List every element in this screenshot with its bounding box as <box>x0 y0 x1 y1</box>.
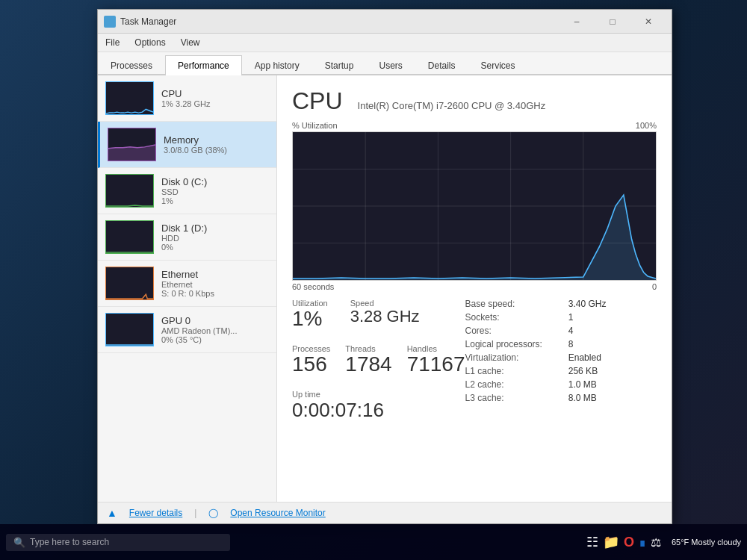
minimize-button[interactable]: – <box>560 14 594 29</box>
chart-y-max: 100% <box>636 121 657 130</box>
chart-x-label: 60 seconds <box>292 282 334 291</box>
cpu-subtitle: 1% 3.28 GHz <box>161 99 269 108</box>
logical-processors-value: 8 <box>568 339 657 349</box>
stats-container: Utilization 1% Speed 3.28 GHz Processes … <box>292 299 657 422</box>
taskbar-icon-3[interactable]: O <box>624 535 634 550</box>
handles-stat: Handles 71167 <box>407 344 465 376</box>
sidebar-item-gpu0[interactable]: GPU 0 AMD Radeon (TM)... 0% (35 °C) <box>98 307 276 353</box>
gpu0-info: GPU 0 AMD Radeon (TM)... 0% (35 °C) <box>161 315 269 344</box>
cpu-header: CPU Intel(R) Core(TM) i7-2600 CPU @ 3.40… <box>292 87 657 115</box>
bottom-bar: ▲ Fewer details | ◯ Open Resource Monito… <box>98 502 672 523</box>
title-bar: Task Manager – □ ✕ <box>98 10 672 34</box>
memory-mini-graph <box>108 128 156 161</box>
menu-options[interactable]: Options <box>127 35 173 50</box>
detail-grid: Base speed: 3.40 GHz Sockets: 1 Cores: 4… <box>465 299 657 403</box>
uptime-section: Up time 0:00:07:16 <box>292 390 465 422</box>
sockets-label: Sockets: <box>465 312 554 323</box>
l3-cache-label: L3 cache: <box>465 393 554 403</box>
gpu0-title: GPU 0 <box>161 315 269 326</box>
disk1-info: Disk 1 (D:) HDD 0% <box>161 223 269 252</box>
sidebar-item-memory[interactable]: Memory 3.0/8.0 GB (38%) <box>98 122 276 168</box>
disk1-mini-graph <box>105 220 154 254</box>
l3-cache-value: 8.0 MB <box>568 393 657 403</box>
window-title: Task Manager <box>120 16 560 27</box>
taskbar-icon-4[interactable]: ∎ <box>639 535 646 550</box>
svg-rect-2 <box>105 22 109 26</box>
taskbar-icon-1[interactable]: ☷ <box>586 534 598 550</box>
window-controls: – □ ✕ <box>560 14 666 29</box>
svg-rect-0 <box>105 17 109 21</box>
sidebar-item-ethernet[interactable]: Ethernet Ethernet S: 0 R: 0 Kbps <box>98 261 276 307</box>
base-speed-label: Base speed: <box>465 299 554 309</box>
disk0-info: Disk 0 (C:) SSD 1% <box>161 176 269 205</box>
left-stats: Utilization 1% Speed 3.28 GHz Processes … <box>292 299 465 422</box>
gpu0-mini-graph <box>105 313 154 346</box>
ethernet-title: Ethernet <box>161 269 269 280</box>
virtualization-value: Enabled <box>568 352 657 363</box>
gpu0-subtitle: AMD Radeon (TM)... <box>161 326 269 335</box>
l2-cache-value: 1.0 MB <box>568 379 657 390</box>
virtualization-label: Virtualization: <box>465 352 554 363</box>
taskbar-icon-2[interactable]: 📁 <box>603 534 619 550</box>
right-detail-stats: Base speed: 3.40 GHz Sockets: 1 Cores: 4… <box>465 299 657 422</box>
cpu-panel-title: CPU <box>292 87 343 115</box>
disk1-subtitle: HDD <box>161 234 269 243</box>
open-resource-monitor-link[interactable]: Open Resource Monitor <box>230 508 325 518</box>
svg-rect-8 <box>106 221 153 253</box>
disk0-subtitle: SSD <box>161 187 269 196</box>
chart-y-label: % Utilization <box>292 121 338 130</box>
tab-bar: Processes Performance App history Startu… <box>98 52 672 75</box>
disk0-value: 1% <box>161 196 269 205</box>
tab-performance[interactable]: Performance <box>165 55 242 75</box>
sidebar-item-disk0[interactable]: Disk 0 (C:) SSD 1% <box>98 168 276 214</box>
cpu-detail-panel: CPU Intel(R) Core(TM) i7-2600 CPU @ 3.40… <box>277 75 672 502</box>
threads-stat: Threads 1784 <box>345 344 391 376</box>
disk0-mini-graph <box>105 174 154 208</box>
search-icon: 🔍 <box>13 537 25 548</box>
taskbar-search-text: Type here to search <box>30 537 109 547</box>
cpu-mini-graph <box>105 81 154 115</box>
tab-services[interactable]: Services <box>468 55 528 75</box>
cpu-chart <box>292 131 657 281</box>
processes-value: 156 <box>292 353 330 376</box>
content-area: CPU 1% 3.28 GHz Memory 3.0/8.0 GB (38%) <box>98 75 672 502</box>
utilization-stat: Utilization 1% <box>292 299 328 331</box>
resource-monitor-icon: ◯ <box>208 508 218 518</box>
taskbar-search-box[interactable]: 🔍 Type here to search <box>6 534 230 551</box>
sidebar: CPU 1% 3.28 GHz Memory 3.0/8.0 GB (38%) <box>98 75 277 502</box>
cpu-title: CPU <box>161 88 269 99</box>
svg-rect-10 <box>106 314 153 346</box>
logical-processors-label: Logical processors: <box>465 339 554 349</box>
uptime-value: 0:00:07:16 <box>292 399 465 422</box>
menu-view[interactable]: View <box>173 35 208 50</box>
chart-container: % Utilization 100% <box>292 121 657 291</box>
tab-users[interactable]: Users <box>366 55 415 75</box>
sidebar-item-cpu[interactable]: CPU 1% 3.28 GHz <box>98 75 276 122</box>
utilization-value: 1% <box>292 308 328 331</box>
memory-info: Memory 3.0/8.0 GB (38%) <box>164 134 269 155</box>
cpu-processor-name: Intel(R) Core(TM) i7-2600 CPU @ 3.40GHz <box>358 100 546 111</box>
processes-stat: Processes 156 <box>292 344 330 376</box>
taskbar-icon-5[interactable]: ⚖ <box>651 535 661 550</box>
maximize-button[interactable]: □ <box>595 14 630 29</box>
menu-file[interactable]: File <box>98 35 127 50</box>
chevron-up-icon: ▲ <box>107 507 117 519</box>
handles-value: 71167 <box>407 353 465 376</box>
tab-details[interactable]: Details <box>415 55 468 75</box>
close-button[interactable]: ✕ <box>631 14 666 29</box>
sockets-value: 1 <box>568 312 657 323</box>
tab-processes[interactable]: Processes <box>98 55 165 75</box>
taskbar-clock: 65°F Mostly cloudy <box>672 538 741 547</box>
chart-label-bottom: 60 seconds 0 <box>292 282 657 291</box>
sidebar-item-disk1[interactable]: Disk 1 (D:) HDD 0% <box>98 214 276 261</box>
ethernet-value: S: 0 R: 0 Kbps <box>161 289 269 298</box>
ethernet-mini-graph <box>105 267 154 300</box>
tab-startup[interactable]: Startup <box>312 55 367 75</box>
bottom-separator: | <box>194 508 196 518</box>
chart-y-min: 0 <box>652 282 657 291</box>
menu-bar: File Options View <box>98 34 672 52</box>
tab-app-history[interactable]: App history <box>242 55 312 75</box>
gpu0-value: 0% (35 °C) <box>161 335 269 344</box>
util-speed-row: Utilization 1% Speed 3.28 GHz <box>292 299 465 335</box>
fewer-details-link[interactable]: Fewer details <box>129 508 182 518</box>
